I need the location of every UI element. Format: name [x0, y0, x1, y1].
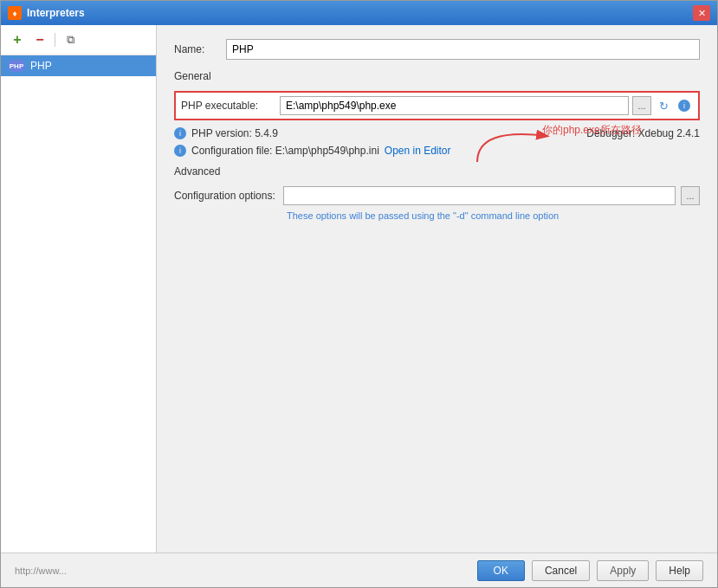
advanced-section: Advanced Configuration options: ... Thes… [174, 165, 700, 221]
open-in-editor-link[interactable]: Open in Editor [385, 145, 451, 157]
watermark-text: http://www... [15, 565, 470, 576]
general-section-label: General [174, 70, 700, 82]
bottom-bar: http://www... OK Cancel Apply Help [1, 552, 717, 587]
config-options-input[interactable] [283, 186, 676, 205]
version-row-left: i PHP version: 5.4.9 [174, 127, 278, 139]
config-options-row: Configuration options: ... [174, 186, 700, 205]
copy-icon: ⧉ [67, 33, 74, 47]
executable-input[interactable] [280, 96, 629, 115]
interpreters-dialog: ♦ Interpreters ✕ + − ⧉ PHP PHP [0, 0, 718, 588]
sidebar-item-label: PHP [30, 60, 52, 72]
executable-row: PHP executable: ... ↻ i [174, 91, 700, 120]
apply-button[interactable]: Apply [597, 560, 649, 581]
browse-config-icon: ... [686, 191, 694, 201]
help-button[interactable]: Help [656, 560, 703, 581]
sidebar-item-php[interactable]: PHP PHP [1, 55, 156, 76]
close-button[interactable]: ✕ [693, 5, 710, 21]
name-row: Name: [174, 39, 700, 60]
sidebar: + − ⧉ PHP PHP [1, 25, 157, 552]
executable-label: PHP executable: [181, 100, 276, 112]
version-debugger-row: i PHP version: 5.4.9 Debugger: Xdebug 2.… [174, 127, 700, 139]
php-icon: PHP [8, 60, 25, 72]
title-bar: ♦ Interpreters ✕ [1, 1, 717, 25]
browse-executable-button[interactable]: ... [632, 96, 651, 115]
config-file-text: Configuration file: E:\amp\php549\php.in… [191, 145, 379, 157]
cancel-button[interactable]: Cancel [532, 560, 590, 581]
ok-button[interactable]: OK [477, 560, 525, 581]
browse-config-button[interactable]: ... [681, 186, 700, 205]
minus-icon: − [36, 32, 43, 48]
title-bar-left: ♦ Interpreters [8, 6, 85, 20]
config-options-label: Configuration options: [174, 190, 278, 202]
plus-icon: + [13, 32, 21, 48]
remove-interpreter-button[interactable]: − [30, 30, 49, 49]
browse-icon: ... [637, 100, 645, 111]
window-title: Interpreters [27, 7, 85, 19]
config-file-row: i Configuration file: E:\amp\php549\php.… [174, 145, 700, 157]
reload-icon: ↻ [659, 100, 669, 113]
sidebar-toolbar: + − ⧉ [1, 25, 156, 55]
name-input[interactable] [226, 39, 700, 60]
version-info-icon: i [174, 127, 186, 139]
main-content: Name: General PHP executable: ... ↻ [157, 25, 717, 552]
config-info-icon: i [174, 145, 186, 157]
toolbar-separator [55, 33, 55, 47]
name-label: Name: [174, 43, 226, 55]
info-circle-icon: i [678, 100, 690, 112]
general-section-wrapper: PHP executable: ... ↻ i i [174, 91, 700, 157]
arrow-svg [469, 119, 581, 171]
window-body: + − ⧉ PHP PHP Name: [1, 25, 717, 552]
info-button[interactable]: i [676, 97, 693, 114]
add-interpreter-button[interactable]: + [8, 30, 27, 49]
copy-interpreter-button[interactable]: ⧉ [61, 30, 80, 49]
debugger-text: Debugger: Xdebug 2.4.1 [586, 127, 700, 139]
reload-button[interactable]: ↻ [655, 97, 672, 114]
window-icon: ♦ [8, 6, 22, 20]
config-help-text: These options will be passed using the "… [287, 210, 700, 221]
php-version-text: PHP version: 5.4.9 [191, 127, 278, 139]
advanced-section-label: Advanced [174, 165, 700, 178]
